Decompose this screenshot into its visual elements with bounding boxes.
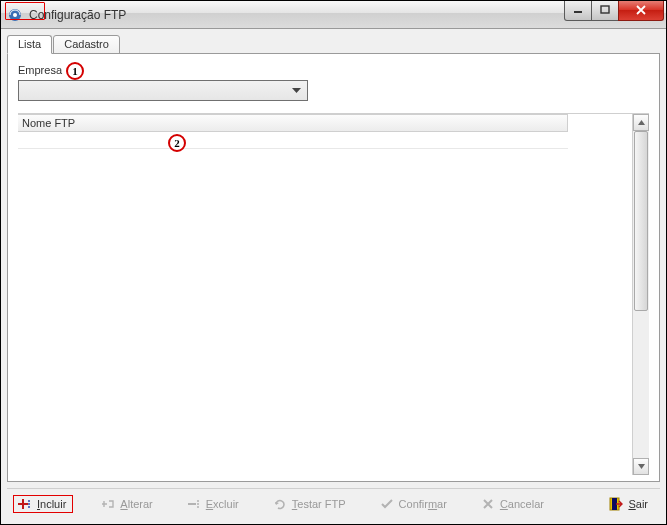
annotation-1: 1 <box>66 62 84 80</box>
sair-button[interactable]: Sair <box>603 494 654 514</box>
button-label: Excluir <box>206 498 239 510</box>
svg-rect-2 <box>574 11 582 13</box>
button-label: Alterar <box>120 498 152 510</box>
tab-cadastro[interactable]: Cadastro <box>53 35 120 54</box>
refresh-icon <box>273 498 287 510</box>
chevron-down-icon <box>288 82 305 99</box>
alterar-button: Alterar <box>95 495 158 513</box>
ftp-grid: Nome FTP 2 <box>18 113 649 475</box>
excluir-button: Excluir <box>181 495 245 513</box>
grid-body[interactable]: Nome FTP 2 <box>18 114 632 475</box>
plus-icon <box>18 498 32 510</box>
svg-point-6 <box>28 500 30 502</box>
scroll-track[interactable] <box>633 131 649 458</box>
exit-icon <box>609 497 623 511</box>
button-label: Cancelar <box>500 498 544 510</box>
scroll-up-icon[interactable] <box>633 114 649 131</box>
minimize-button[interactable] <box>564 1 592 21</box>
svg-rect-9 <box>188 503 196 505</box>
window-controls <box>565 1 666 21</box>
svg-point-8 <box>28 506 30 508</box>
vertical-scrollbar[interactable] <box>632 114 649 475</box>
svg-point-11 <box>197 503 199 505</box>
svg-point-7 <box>28 503 30 505</box>
button-label: Sair <box>628 498 648 510</box>
titlebar[interactable]: Configuração FTP <box>1 1 666 29</box>
close-button[interactable] <box>618 1 664 21</box>
client-area: Lista Cadastro Empresa 1 <box>1 29 666 524</box>
table-row[interactable] <box>18 132 568 149</box>
bottom-toolbar: Incluir Alterar <box>7 488 660 518</box>
svg-point-12 <box>197 506 199 508</box>
maximize-button[interactable] <box>591 1 619 21</box>
tab-lista[interactable]: Lista <box>7 35 52 54</box>
delete-icon <box>187 498 201 510</box>
svg-point-1 <box>13 13 17 17</box>
cancel-icon <box>481 498 495 510</box>
ftp-config-window: Configuração FTP Lista Cadastro <box>1 1 666 524</box>
edit-icon <box>101 498 115 510</box>
testar-ftp-button: Testar FTP <box>267 495 352 513</box>
tab-label: Cadastro <box>64 38 109 50</box>
button-label: Incluir <box>37 498 66 510</box>
check-icon <box>380 498 394 510</box>
tabs: Lista Cadastro <box>7 33 660 53</box>
empresa-combobox[interactable] <box>18 80 308 101</box>
svg-rect-3 <box>601 6 609 13</box>
confirmar-button: Confirmar <box>374 495 453 513</box>
scroll-thumb[interactable] <box>634 131 648 311</box>
svg-point-10 <box>197 500 199 502</box>
lista-panel: Empresa 1 Nome FTP 2 <box>7 53 660 482</box>
column-label: Nome FTP <box>22 117 75 129</box>
empresa-label: Empresa <box>18 64 62 76</box>
empresa-field: Empresa 1 <box>18 62 649 101</box>
button-label: Confirmar <box>399 498 447 510</box>
scroll-down-icon[interactable] <box>633 458 649 475</box>
window-title: Configuração FTP <box>29 8 565 22</box>
incluir-button[interactable]: Incluir <box>13 495 73 513</box>
app-icon <box>7 7 23 23</box>
cancelar-button: Cancelar <box>475 495 550 513</box>
svg-rect-5 <box>22 499 24 509</box>
column-header-nome-ftp[interactable]: Nome FTP <box>18 114 568 132</box>
tab-label: Lista <box>18 38 41 50</box>
button-label: Testar FTP <box>292 498 346 510</box>
